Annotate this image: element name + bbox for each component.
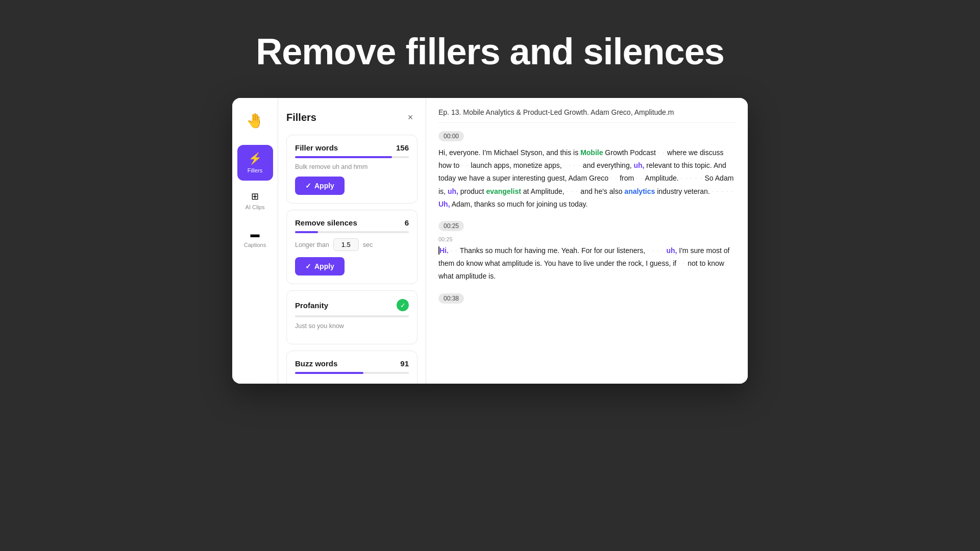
captions-icon: ▬ <box>251 229 260 240</box>
dots-3: · · · · <box>564 163 581 168</box>
remove-silences-progress-bg <box>295 231 409 233</box>
transcript-block-3: 00:38 <box>438 293 736 309</box>
transcript-title: Ep. 13. Mobile Analytics & Product-Led G… <box>438 108 736 123</box>
cursor-hi: Hi. <box>439 246 449 255</box>
buzz-words-count: 91 <box>400 359 409 368</box>
filler-words-title: Filler words <box>295 143 338 152</box>
sidebar-label-fillers: Fillers <box>248 167 262 173</box>
remove-silences-apply-label: Apply <box>314 262 334 270</box>
buzz-words-progress-bg <box>295 372 409 374</box>
buzz-words-card: Buzz words 91 <box>286 350 418 384</box>
remove-silences-apply-button[interactable]: ✓ Apply <box>295 257 345 276</box>
sidebar-item-captions[interactable]: ▬ Captions <box>237 220 273 256</box>
timestamp-00-00: 00:00 <box>438 131 464 141</box>
filler-words-progress-bg <box>295 156 409 158</box>
profanity-check-icon: ✓ <box>397 299 409 311</box>
filler-uh-4: uh, <box>666 246 677 255</box>
buzz-words-header: Buzz words 91 <box>295 359 409 368</box>
filler-uh-2: uh, <box>448 187 458 195</box>
dots-6: · · · · · <box>681 176 703 182</box>
dots-7: · · · <box>567 189 579 194</box>
dots-11: · · <box>678 261 685 266</box>
fillers-icon: ⚡ <box>248 152 262 165</box>
panel-title: Fillers <box>286 112 316 123</box>
app-logo: 🤚 <box>243 108 267 133</box>
highlight-evangelist: evangelist <box>486 187 521 195</box>
buzz-words-title: Buzz words <box>295 359 337 368</box>
apply-check-icon: ✓ <box>305 182 311 190</box>
remove-silences-progress-fill <box>295 231 318 233</box>
filler-words-header: Filler words 156 <box>295 143 409 152</box>
silence-unit-label: sec <box>363 241 373 248</box>
page-title: Remove fillers and silences <box>256 31 724 72</box>
profanity-progress-fill <box>295 315 409 317</box>
remove-silences-title: Remove silences <box>295 218 357 227</box>
dots-10: · · · · <box>647 248 664 254</box>
sidebar-label-captions: Captions <box>244 242 266 248</box>
profanity-card: Profanity ✓ Just so you know <box>286 290 418 344</box>
sidebar-item-ai-clips[interactable]: ⊞ AI Clips <box>237 183 273 218</box>
dots-1: · · <box>658 150 665 156</box>
remove-silences-header: Remove silences 6 <box>295 218 409 227</box>
profanity-title: Profanity <box>295 301 328 310</box>
filler-words-apply-button[interactable]: ✓ Apply <box>295 177 345 195</box>
dots-8: · · · · · <box>712 189 734 194</box>
app-window: 🤚 ⚡ Fillers ⊞ AI Clips ▬ Captions Filler… <box>232 98 748 384</box>
profanity-progress-bg <box>295 315 409 317</box>
timestamp-00-38: 00:38 <box>438 293 464 304</box>
panel-header: Fillers × <box>286 110 418 124</box>
silence-controls: Longer than sec <box>295 238 409 251</box>
transcript-text-2: Hi. · · Thanks so much for having me. Ye… <box>438 244 736 283</box>
dots-4: · · <box>610 176 618 182</box>
filler-words-progress-fill <box>295 156 392 158</box>
transcript-block-1: 00:00 Hi, everyone. I'm Michael Styson, … <box>438 131 736 211</box>
close-button[interactable]: × <box>403 110 418 124</box>
profanity-header: Profanity ✓ <box>295 299 409 311</box>
timestamp-00-25: 00:25 <box>438 221 464 231</box>
buzz-words-progress-fill <box>295 372 363 374</box>
dots-9: · · <box>451 248 458 254</box>
apply-check-icon-2: ✓ <box>305 262 311 270</box>
logo-icon: 🤚 <box>246 112 264 129</box>
filler-uh-3: Uh, <box>438 200 450 208</box>
highlight-mobile: Mobile <box>580 148 603 157</box>
sidebar: 🤚 ⚡ Fillers ⊞ AI Clips ▬ Captions <box>232 98 278 384</box>
filler-words-description: Bulk remove uh and hmm <box>295 163 409 170</box>
longer-than-label: Longer than <box>295 241 329 248</box>
dots-5: · · <box>636 176 643 182</box>
silence-value-input[interactable] <box>333 238 359 251</box>
timestamp-small-00-25: 00:25 <box>438 236 736 242</box>
filler-words-apply-label: Apply <box>314 182 334 190</box>
content-panel: Ep. 13. Mobile Analytics & Product-Led G… <box>426 98 748 384</box>
sidebar-label-ai-clips: AI Clips <box>246 204 265 210</box>
filler-uh-1: uh, <box>633 161 644 169</box>
dots-2: · · <box>461 163 469 168</box>
transcript-text-1: Hi, everyone. I'm Michael Styson, and th… <box>438 146 736 211</box>
filler-words-count: 156 <box>396 143 409 152</box>
highlight-analytics: analytics <box>624 187 655 195</box>
ai-clips-icon: ⊞ <box>251 191 259 202</box>
fillers-panel: Fillers × Filler words 156 Bulk remove u… <box>278 98 426 384</box>
filler-words-card: Filler words 156 Bulk remove uh and hmm … <box>286 135 418 204</box>
remove-silences-count: 6 <box>405 218 409 227</box>
profanity-description: Just so you know <box>295 322 409 330</box>
remove-silences-card: Remove silences 6 Longer than sec ✓ Appl… <box>286 210 418 284</box>
transcript-block-2: 00:25 00:25 Hi. · · Thanks so much for h… <box>438 221 736 283</box>
sidebar-item-fillers[interactable]: ⚡ Fillers <box>237 145 273 181</box>
